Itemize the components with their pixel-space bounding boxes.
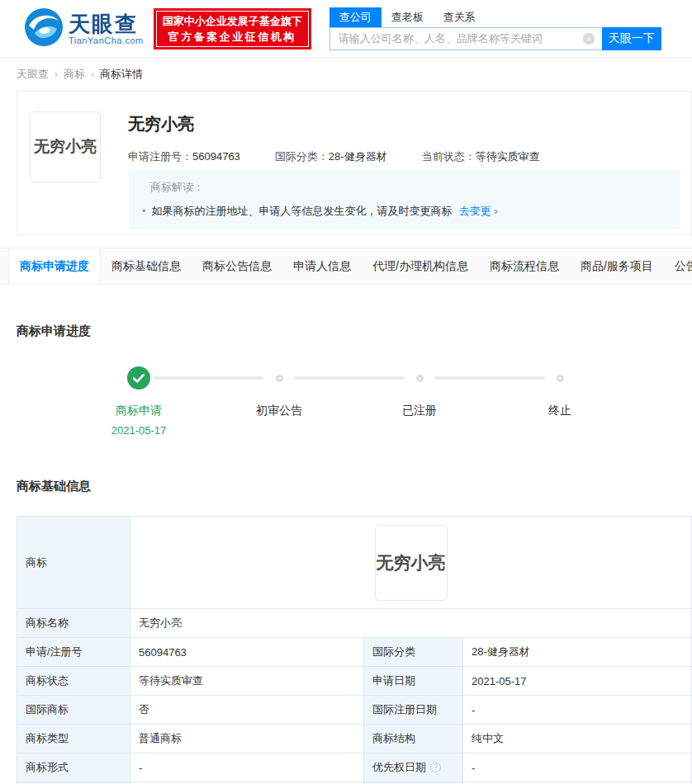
breadcrumb-home[interactable]: 天眼查 — [17, 67, 49, 82]
tianyancha-logo[interactable]: 天眼查 TianYanCha.com — [25, 8, 144, 50]
check-icon — [127, 366, 150, 390]
bullet-icon: • — [142, 205, 146, 217]
page-title: 无穷小亮 — [128, 113, 575, 135]
tab-announcement-info[interactable]: 商标公告信息 — [192, 248, 282, 284]
row-value: - — [130, 753, 364, 782]
row-value: 纯中文 — [463, 725, 692, 753]
field-reg-number: 申请注册号：56094763 — [128, 149, 240, 164]
step-label: 已注册 — [349, 404, 490, 418]
basic-info-table: 商标 无穷小亮 商标名称 无穷小亮 申请/注册号 56094763 国际分类 2… — [17, 516, 692, 784]
table-row: 商标类型 普通商标 商标结构 纯中文 — [17, 725, 692, 753]
row-value: 无穷小亮 — [130, 609, 692, 638]
field-intl-class: 国际分类：28-健身器材 — [275, 149, 387, 164]
tab-goods-services[interactable]: 商品/服务项目 — [570, 248, 664, 284]
row-label: 申请/注册号 — [17, 638, 130, 667]
tab-process-info[interactable]: 商标流程信息 — [479, 248, 570, 284]
search-input[interactable] — [329, 27, 602, 50]
row-label: 商标类型 — [17, 725, 130, 753]
row-value: - — [463, 753, 692, 782]
tab-applicant-info[interactable]: 申请人信息 — [282, 248, 362, 284]
interpretation-tip: 如果商标的注册地址、申请人等信息发生变化，请及时变更商标 — [152, 205, 453, 217]
pending-circle-icon — [416, 375, 424, 382]
step-application: 商标申请 2021-05-17 — [69, 366, 209, 437]
basic-info-heading: 商标基础信息 — [17, 479, 692, 494]
row-label: 商标状态 — [17, 667, 130, 696]
row-label: 商标形式 — [17, 753, 130, 782]
badge-line1: 国家中小企业发展子基金旗下 — [163, 13, 302, 29]
row-label: 商标结构 — [364, 725, 463, 753]
table-row: 商标名称 无穷小亮 — [17, 609, 692, 638]
row-label: 商标名称 — [17, 609, 130, 638]
row-value: 28-健身器材 — [463, 638, 692, 667]
tab-gazette-info[interactable]: 公告信息 — [664, 248, 692, 284]
search-button[interactable]: 天眼一下 — [602, 27, 661, 50]
tianyancha-logo-icon — [25, 8, 63, 50]
certification-badge: 国家中小企业发展子基金旗下 官方备案企业征信机构 — [154, 8, 311, 50]
step-label: 终止 — [490, 404, 630, 418]
step-label: 商标申请 — [69, 404, 209, 418]
search-tabs: 查公司 查老板 查关系 — [329, 7, 661, 27]
table-row: 商标形式 - 优先权日期? - — [17, 753, 692, 782]
breadcrumb: 天眼查 › 商标 › 商标详情 — [0, 58, 692, 91]
row-label: 国际商标 — [17, 696, 130, 725]
table-row: 申请/注册号 56094763 国际分类 28-健身器材 — [17, 638, 692, 667]
step-terminated: 终止 — [490, 366, 630, 437]
progress-stepper: 商标申请 2021-05-17 初审公告 已注册 终止 — [17, 366, 692, 437]
top-header: 天眼查 TianYanCha.com 国家中小企业发展子基金旗下 官方备案企业征… — [0, 0, 692, 58]
tab-basic-info[interactable]: 商标基础信息 — [101, 248, 192, 284]
row-value: 普通商标 — [130, 725, 364, 753]
step-preliminary-approval: 初审公告 — [209, 366, 349, 437]
row-label: 优先权日期? — [364, 753, 463, 782]
search-tab-company[interactable]: 查公司 — [329, 7, 382, 27]
search-tab-boss[interactable]: 查老板 — [382, 7, 434, 27]
field-current-status: 当前状态：等待实质审查 — [422, 149, 540, 164]
step-registered: 已注册 — [349, 366, 490, 437]
go-change-link[interactable]: 去变更 › — [459, 205, 498, 217]
step-label: 初审公告 — [209, 404, 349, 418]
row-label: 申请日期 — [364, 667, 463, 696]
row-value: 56094763 — [130, 638, 364, 667]
arrow-right-icon: › — [494, 205, 497, 217]
trademark-summary-card: 无穷小亮 无穷小亮 申请注册号：56094763 国际分类：28-健身器材 当前… — [17, 91, 692, 235]
row-label: 国际分类 — [364, 638, 463, 667]
logo-text: 天眼查 TianYanCha.com — [69, 12, 144, 45]
progress-heading: 商标申请进度 — [17, 324, 692, 339]
section-tabbar: 商标申请进度 商标基础信息 商标公告信息 申请人信息 代理/办理机构信息 商标流… — [0, 248, 692, 285]
search-tab-relation[interactable]: 查关系 — [434, 7, 486, 27]
logo-domain: TianYanCha.com — [69, 35, 144, 45]
tab-agency-info[interactable]: 代理/办理机构信息 — [362, 248, 479, 284]
interpretation-title: 商标解读： — [150, 180, 667, 195]
row-value: - — [463, 696, 692, 725]
pending-circle-icon — [557, 375, 564, 382]
clear-icon[interactable]: × — [583, 33, 595, 45]
table-row: 商标 无穷小亮 — [17, 517, 692, 609]
trademark-cell: 无穷小亮 — [130, 517, 692, 609]
row-label: 国际注册日期 — [364, 696, 463, 725]
tab-application-progress[interactable]: 商标申请进度 — [8, 248, 101, 284]
row-value: 否 — [130, 696, 364, 725]
breadcrumb-current: 商标详情 — [100, 67, 143, 82]
help-icon[interactable]: ? — [430, 762, 441, 772]
search-area: 查公司 查老板 查关系 × 天眼一下 — [329, 7, 661, 50]
row-value: 2021-05-17 — [463, 667, 692, 696]
pending-circle-icon — [276, 375, 283, 382]
breadcrumb-separator-icon: › — [55, 68, 58, 80]
table-row: 商标状态 等待实质审查 申请日期 2021-05-17 — [17, 667, 692, 696]
trademark-image: 无穷小亮 — [30, 111, 101, 182]
step-date: 2021-05-17 — [69, 424, 209, 437]
logo-brand: 天眼查 — [69, 12, 144, 35]
basic-info-section: 商标基础信息 商标 无穷小亮 商标名称 无穷小亮 申请/注册号 56094763… — [0, 437, 692, 784]
table-row: 国际商标 否 国际注册日期 - — [17, 696, 692, 725]
row-label: 商标 — [17, 517, 130, 609]
trademark-image: 无穷小亮 — [375, 525, 448, 601]
badge-line2: 官方备案企业征信机构 — [163, 29, 302, 45]
row-value: 等待实质审查 — [130, 667, 364, 696]
trademark-interpretation-box: 商标解读： •如果商标的注册地址、申请人等信息发生变化，请及时变更商标去变更 › — [129, 170, 680, 229]
breadcrumb-separator-icon: › — [91, 68, 94, 80]
application-progress-section: 商标申请进度 商标申请 2021-05-17 初审公告 已注册 终止 — [0, 285, 692, 437]
breadcrumb-trademark[interactable]: 商标 — [64, 67, 85, 82]
